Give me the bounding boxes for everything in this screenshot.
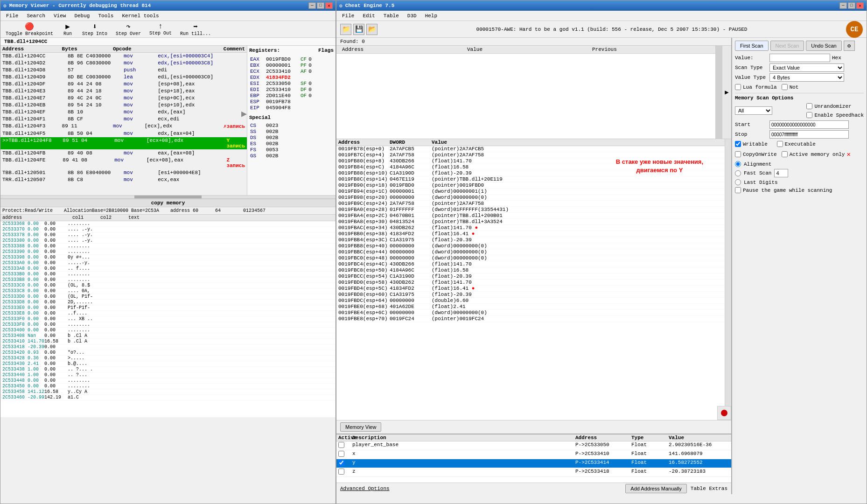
disasm-row[interactable]: TBB.dll+1204E789 4C 24 0Cmov [esp+0C],ec…	[0, 95, 247, 102]
disasm-row[interactable]: TBB.dll+1204F58B 50 04mov edx,[eax+04]	[0, 130, 247, 137]
ce-menu-help[interactable]: Help	[421, 12, 441, 20]
last-digits-radio[interactable]	[735, 179, 741, 185]
menu-search[interactable]: Search	[23, 12, 49, 20]
disasm-row[interactable]: TBB.dll+1204DF89 44 24 08mov [esp+08],ea…	[0, 81, 247, 88]
disasm-row[interactable]: TBB.dll+1204D98D BE C0030000lea edi,[esi…	[0, 74, 247, 81]
addr-row-y-checkbox[interactable]	[338, 460, 344, 466]
at-col-desc: Description	[352, 435, 575, 441]
address-table-rows[interactable]: player_ent_base P->2C533050 Float 2.9023…	[336, 441, 731, 483]
save-btn[interactable]: 💾	[353, 24, 364, 35]
run-till-btn[interactable]: ➡ Run till...	[177, 21, 214, 38]
toggle-breakpoint-btn[interactable]: 🔴 Toggle Breakpoint	[2, 21, 56, 38]
ce-menu-edit[interactable]: Edit	[359, 12, 378, 20]
fast-scan-input[interactable]	[774, 169, 788, 177]
addr-row-player[interactable]: player_ent_base P->2C533050 Float 2.9023…	[336, 441, 731, 450]
disasm-row[interactable]: TBB.dll+1204EB89 54 24 10mov [esp+10],ed…	[0, 102, 247, 109]
first-scan-btn[interactable]: First Scan	[735, 41, 769, 51]
memory-table-rows[interactable]: 0019FB78(esp+0)2A7AFCB5(pointer)2A7AFCB5…	[336, 146, 731, 420]
settings-btn[interactable]: ⚙	[844, 41, 855, 51]
memory-row: 0019FB88(esp+10)C1A3190D(float)-20.39	[336, 170, 731, 176]
ce-maximize[interactable]: □	[848, 2, 855, 9]
addr-row-x[interactable]: x P->2C533410 Float 141.6968079	[336, 450, 731, 459]
load-btn[interactable]: 📂	[366, 24, 378, 35]
hex-row: 2C533388 0.000.00........	[0, 244, 336, 249]
memory-viewer-minimize[interactable]: ─	[308, 2, 316, 9]
open-process-btn[interactable]: 📁	[340, 24, 351, 35]
run-btn[interactable]: ▶ Run	[58, 21, 77, 38]
menu-kernel-tools[interactable]: Kernel tools	[118, 12, 162, 20]
disasm-row[interactable]: TRR.dll+1205078B C8mov ecx,eax	[0, 176, 247, 183]
found-expand-btn[interactable]: ▶	[722, 46, 731, 139]
menu-view[interactable]: View	[50, 12, 70, 20]
step-out-btn[interactable]: ↑ Step Out	[146, 21, 175, 37]
disasm-row[interactable]: TBB.dll+1204CC8B 8E C4030000mov ecx,[esi…	[0, 53, 247, 60]
step-over-btn[interactable]: ↷ Step Over	[112, 21, 144, 38]
all-select[interactable]: All	[735, 106, 772, 115]
ce-menu-table[interactable]: Table	[380, 12, 403, 20]
disasm-row[interactable]: TBB.dll+1204FE89 41 08mov [ecx+08],eaxZ …	[0, 157, 247, 169]
start-input[interactable]	[769, 120, 849, 129]
active-memory-checkbox[interactable]	[782, 151, 788, 157]
memory-table-scrollbar[interactable]	[725, 139, 731, 406]
alignment-section: Alignment Fast Scan Last Digits	[735, 161, 864, 185]
scan-type-select[interactable]: Exact Value Bigger than... Smaller than.…	[769, 63, 844, 72]
ce-menu-d3d[interactable]: D3D	[404, 12, 420, 20]
addr-row-y[interactable]: y P->2C533414 Float 16.58272552	[336, 459, 731, 468]
disasm-row[interactable]: TBB.dll+1204F389 11mov [ecx],edx✗запись	[0, 123, 247, 130]
hex-row: 2C5333F8 0.000.00........	[0, 322, 336, 328]
disasm-scroll-thumb[interactable]	[134, 196, 202, 198]
next-scan-btn[interactable]: Next Scan	[770, 41, 804, 51]
undo-scan-btn[interactable]: Undo Scan	[806, 41, 841, 51]
memory-row: 0019FB90(esp+18)0019FBD0(pointer)0019FBD…	[336, 182, 731, 189]
memory-viewer-toolbar: 🔴 Toggle Breakpoint ▶ Run ⬇ Step Into ↷ …	[0, 21, 336, 38]
disasm-row[interactable]: TBB.dll+1204D28B 96 C8030000mov edx,[esi…	[0, 60, 247, 67]
advanced-options-label[interactable]: Advanced Options	[340, 486, 390, 491]
lua-formula-checkbox[interactable]	[735, 84, 741, 90]
reg-esi: ESI2C533050SF 0	[250, 81, 333, 86]
copyonwrite-checkbox[interactable]	[735, 151, 741, 157]
ce-close[interactable]: ✕	[856, 2, 864, 9]
pause-game-checkbox[interactable]	[735, 187, 741, 193]
add-address-btn[interactable]: Add Address Manually	[625, 484, 686, 493]
ce-minimize[interactable]: ─	[839, 2, 847, 9]
disasm-row[interactable]: TBB.dll+1204FB89 40 08mov eax,[eax+08]	[0, 150, 247, 157]
memory-view-btn[interactable]: Memory View	[340, 422, 381, 432]
stop-input[interactable]	[769, 130, 849, 139]
alignment-radio[interactable]	[735, 161, 741, 167]
found-scrollbar[interactable]	[715, 46, 722, 139]
hex-area[interactable]: 2C533368 0.000.00........ 2C533370 0.000…	[0, 221, 336, 417]
memory-table-stop-btn[interactable]	[717, 406, 731, 420]
disasm-row[interactable]: TBB.dll+1204EF8B 10mov edx,[eax]	[0, 109, 247, 116]
active-memory-x[interactable]: ✕	[846, 150, 850, 158]
addr-row-x-checkbox[interactable]	[338, 451, 344, 457]
speedhack-checkbox[interactable]	[806, 112, 812, 118]
writable-checkbox[interactable]	[735, 141, 741, 147]
memory-viewer-maximize[interactable]: □	[317, 2, 324, 9]
disasm-row[interactable]: TBB.dll+1204F18B CFmov ecx,edi	[0, 116, 247, 123]
value-input[interactable]	[769, 54, 830, 62]
reg-ss: SS002B	[250, 129, 333, 134]
found-scroll-thumb[interactable]	[716, 46, 722, 139]
step-into-btn[interactable]: ⬇ Step Into	[79, 21, 111, 38]
fast-scan-radio[interactable]	[735, 170, 741, 176]
last-digits-row: Last Digits	[735, 179, 864, 185]
menu-file[interactable]: File	[2, 12, 22, 20]
memory-viewer-title: Memory Viewer - Currently debugging thre…	[9, 3, 151, 8]
disasm-row[interactable]: TBB.dll+1204D857push edi	[0, 67, 247, 74]
table-extras-label[interactable]: Table Extras	[691, 486, 727, 491]
disasm-scrollbar[interactable]	[0, 195, 336, 199]
disasm-row[interactable]: TBB.dll+1204E389 44 24 18mov [esp+18],ea…	[0, 88, 247, 95]
unrandomizer-checkbox[interactable]	[806, 103, 812, 109]
addr-row-active-checkbox[interactable]	[338, 442, 344, 448]
memory-viewer-close[interactable]: ✕	[325, 2, 333, 9]
executable-checkbox[interactable]	[777, 141, 783, 147]
value-type-select[interactable]: 4 Bytes 1 Byte 2 Bytes 8 Bytes Float Dou…	[769, 73, 844, 82]
disasm-row[interactable]: TBB.dll+1205018B 86 E8040000mov [esi+000…	[0, 169, 247, 176]
not-checkbox[interactable]	[782, 84, 788, 90]
addr-row-z[interactable]: z P->2C533418 Float -20.38723183	[336, 468, 731, 477]
addr-row-z-checkbox[interactable]	[338, 469, 344, 475]
menu-tools[interactable]: Tools	[94, 12, 117, 20]
menu-debug[interactable]: Debug	[70, 12, 93, 20]
disasm-row-current[interactable]: >>TBB.dll+1204F889 51 04mov [ecx+08],edx…	[0, 137, 247, 150]
ce-menu-file[interactable]: File	[338, 12, 358, 20]
